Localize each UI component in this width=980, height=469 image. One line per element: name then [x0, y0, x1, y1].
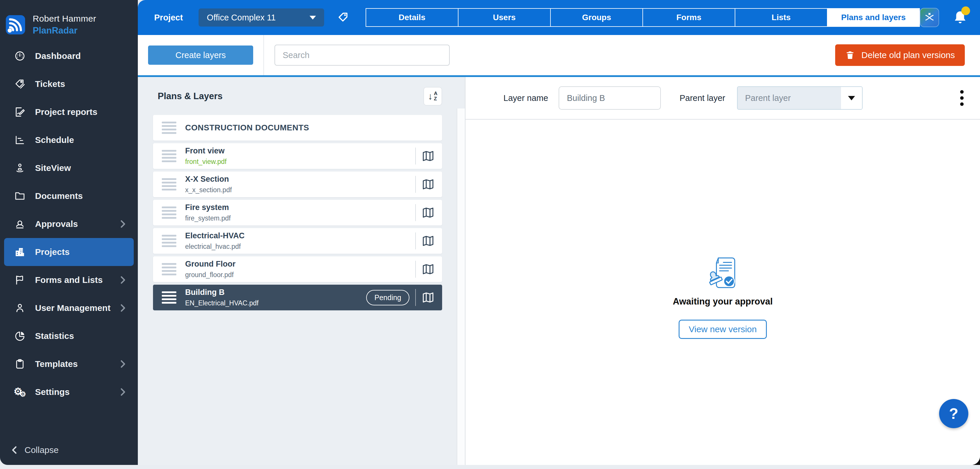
- layer-name: X-X Section: [185, 175, 232, 184]
- panel-scrollbar[interactable]: [457, 108, 465, 465]
- tab-users[interactable]: Users: [458, 8, 551, 27]
- map-icon[interactable]: [422, 178, 434, 191]
- clipboard-icon: [13, 358, 26, 369]
- sidebar-item-statistics[interactable]: Statistics: [4, 322, 134, 350]
- row-divider: [415, 261, 416, 278]
- toolbar-divider: [263, 35, 264, 75]
- layer-name-label: Layer name: [503, 93, 548, 103]
- sidebar-item-settings[interactable]: ⚙⚙ Settings: [4, 378, 134, 406]
- layer-row-fire-system[interactable]: Fire system fire_system.pdf: [153, 200, 442, 225]
- siteview-person-pin-icon: [13, 162, 26, 174]
- sidebar-item-label: Dashboard: [35, 51, 134, 61]
- trash-icon: [845, 50, 855, 60]
- schedule-chart-icon: [13, 135, 26, 146]
- sidebar-item-user-management[interactable]: User Management: [4, 294, 134, 322]
- layer-row-front-view[interactable]: Front view front_view.pdf: [153, 143, 442, 169]
- sidebar-item-schedule[interactable]: Schedule: [4, 126, 134, 154]
- map-icon[interactable]: [422, 150, 434, 162]
- project-selector[interactable]: Office Complex 11: [199, 8, 324, 27]
- help-button[interactable]: ?: [939, 399, 968, 428]
- sidebar-item-label: Project reports: [35, 107, 134, 117]
- tab-details[interactable]: Details: [366, 8, 458, 27]
- map-icon[interactable]: [422, 234, 434, 247]
- project-tags-icon[interactable]: [337, 11, 350, 24]
- sidebar-item-project-reports[interactable]: Project reports: [4, 98, 134, 126]
- sidebar-item-dashboard[interactable]: Dashboard: [4, 42, 134, 70]
- chevron-right-icon: [120, 220, 126, 228]
- project-label: Project: [154, 13, 183, 22]
- layer-row-electrical-hvac[interactable]: Electrical-HVAC electrical_hvac.pdf: [153, 228, 442, 254]
- chevron-right-icon: [120, 304, 126, 312]
- map-icon[interactable]: [422, 263, 434, 276]
- planradar-app: Robert Hammer PlanRadar Dashboard Ticket…: [0, 0, 980, 469]
- row-divider: [415, 147, 416, 165]
- drag-handle-icon[interactable]: [162, 150, 177, 162]
- project-header: Project Office Complex 11 Details Users …: [138, 0, 980, 35]
- notifications-button[interactable]: [952, 9, 968, 26]
- sidebar-item-label: Settings: [35, 387, 120, 397]
- layer-name-input[interactable]: [558, 86, 661, 110]
- drag-handle-icon[interactable]: [162, 122, 177, 134]
- building-icon: [13, 246, 26, 258]
- row-divider: [415, 176, 416, 193]
- sidebar-item-label: SiteView: [35, 163, 134, 173]
- layer-filename: ground_floor.pdf: [185, 271, 235, 279]
- sidebar-item-label: Schedule: [35, 135, 134, 145]
- layer-filename: electrical_hvac.pdf: [185, 242, 245, 250]
- folder-icon: [13, 190, 26, 201]
- sidebar-item-templates[interactable]: Templates: [4, 350, 134, 378]
- layer-detail-header: Layer name Parent layer Parent layer: [466, 77, 980, 120]
- sidebar-nav: Dashboard Tickets Project reports Schedu…: [0, 41, 138, 445]
- sidebar-item-tickets[interactable]: Tickets: [4, 70, 134, 98]
- sidebar-collapse-button[interactable]: Collapse: [0, 445, 138, 465]
- row-divider: [415, 233, 416, 249]
- sidebar-item-label: User Management: [35, 303, 120, 313]
- drag-handle-icon[interactable]: [162, 263, 177, 275]
- delete-old-plan-versions-button[interactable]: Delete old plan versions: [835, 44, 965, 66]
- layer-row-ground-floor[interactable]: Ground Floor ground_floor.pdf: [153, 257, 442, 282]
- tab-plans-and-layers[interactable]: Plans and layers: [827, 8, 920, 27]
- sort-alphabetical-button[interactable]: ↓ AZ: [423, 87, 442, 106]
- layer-filename: x_x_section.pdf: [185, 186, 232, 194]
- pending-status-badge: Pending: [366, 290, 409, 305]
- layer-detail-panel: Layer name Parent layer Parent layer: [465, 77, 980, 465]
- layer-filename: front_view.pdf: [185, 158, 227, 166]
- create-layers-button[interactable]: Create layers: [148, 46, 253, 65]
- drag-handle-icon[interactable]: [162, 235, 177, 247]
- drag-handle-icon[interactable]: [162, 178, 177, 190]
- caret-down-icon: [848, 96, 855, 100]
- drag-handle-icon[interactable]: [162, 206, 177, 219]
- layer-name: Fire system: [185, 203, 231, 212]
- awaiting-approval-title: Awaiting your approval: [673, 296, 773, 307]
- search-input[interactable]: [275, 44, 450, 66]
- drag-handle-icon[interactable]: [162, 292, 177, 304]
- parent-layer-label: Parent layer: [679, 93, 725, 103]
- parent-layer-select[interactable]: Parent layer: [737, 86, 862, 110]
- sidebar-item-forms-and-lists[interactable]: Forms and Lists: [4, 266, 134, 294]
- sidebar-item-siteview[interactable]: SiteView: [4, 154, 134, 182]
- dashboard-icon: [13, 51, 26, 62]
- sidebar-item-approvals[interactable]: Approvals: [4, 210, 134, 238]
- project-tabs: Details Users Groups Forms Lists Plans a…: [366, 8, 920, 27]
- crossing-paths-icon: [924, 12, 935, 23]
- approval-stamp-icon: [13, 219, 26, 230]
- map-icon[interactable]: [422, 206, 434, 219]
- view-new-version-button[interactable]: View new version: [679, 320, 767, 339]
- sidebar: Robert Hammer PlanRadar Dashboard Ticket…: [0, 0, 138, 465]
- tab-lists[interactable]: Lists: [735, 8, 827, 27]
- layer-row-x-x-section[interactable]: X-X Section x_x_section.pdf: [153, 171, 442, 197]
- sort-arrow-icon: ↓: [428, 92, 433, 101]
- plans-toolbar: Create layers Delete old plan versions: [138, 35, 980, 75]
- siteview-app-switch-button[interactable]: [920, 8, 939, 27]
- sidebar-item-projects[interactable]: Projects: [4, 238, 134, 266]
- map-icon[interactable]: [422, 291, 434, 304]
- chevron-right-icon: [120, 360, 126, 368]
- layer-row-building-b-selected[interactable]: Building B EN_Electrical_HVAC.pdf Pendin…: [153, 285, 442, 311]
- sidebar-item-documents[interactable]: Documents: [4, 182, 134, 210]
- more-options-kebab-button[interactable]: [960, 90, 964, 106]
- tab-forms[interactable]: Forms: [643, 8, 735, 27]
- sidebar-user-block[interactable]: Robert Hammer PlanRadar: [0, 0, 138, 41]
- notification-dot: [961, 6, 970, 15]
- tab-groups[interactable]: Groups: [550, 8, 643, 27]
- layer-group-row[interactable]: CONSTRUCTION DOCUMENTS: [153, 115, 442, 141]
